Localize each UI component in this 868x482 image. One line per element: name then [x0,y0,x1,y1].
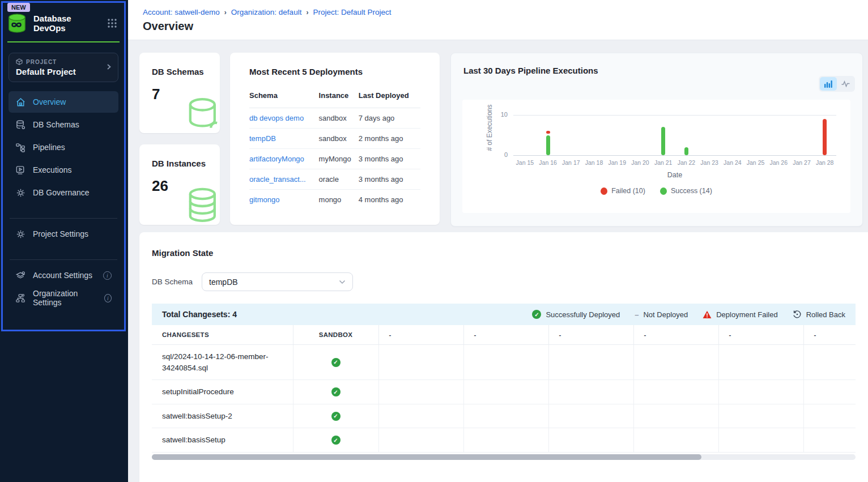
deployments-table: Schema Instance Last Deployed db devops … [249,86,420,210]
chart-bar-slot [582,115,606,155]
changesets-table-viewport: CHANGESETS SANDBOX - - - - - - sql/2024-… [152,325,856,453]
org-hierarchy-icon [15,293,26,304]
total-changesets-bar: Total Changesets: 4 ✓ Successfully Deplo… [152,304,856,325]
table-row: db devops demo sandbox 7 days ago [249,108,420,129]
sidebar-item-label: Organization Settings [33,289,97,307]
x-axis-title: Date [513,171,836,179]
chart-bar-slot [767,115,790,155]
y-axis-tick: 0 [491,151,508,158]
recent-deployments-card: Most Recent 5 Deployments Schema Instanc… [230,53,440,225]
sidebar-item-account-settings[interactable]: Account Settings i [8,265,118,286]
table-row: artifactoryMongo myMongo 3 months ago [249,149,420,169]
bar-chart-toggle-button[interactable] [820,77,837,91]
schema-link[interactable]: oracle_transact... [249,175,306,184]
sidebar-item-organization-settings[interactable]: Organization Settings i [8,287,118,309]
changeset-name: satwell:basisSetup [162,434,281,446]
changeset-row: sql/2024-10-14-12-06-member-34240854.sql… [152,345,856,380]
schema-link[interactable]: gitmongo [249,195,279,204]
chart-bar-slot [675,115,698,155]
sidebar-item-label: Executions [33,165,71,174]
db-schema-selected-value: tempDB [209,278,238,287]
sidebar-item-label: DB Governance [33,188,90,197]
instance-cell: sandbox [319,108,359,129]
breadcrumb-organization[interactable]: Organization: default [231,8,302,16]
page-title: Overview [143,20,868,33]
pipeline-executions-card: Last 30 Days Pipeline Executions # of Ex… [450,53,863,227]
schema-link[interactable]: artifactoryMongo [249,155,304,163]
column-header: Instance [319,86,359,108]
schema-link[interactable]: tempDB [249,134,276,143]
legend-item-success[interactable]: Success (14) [660,187,712,195]
chart-x-tick: Jan 28 [813,159,836,166]
play-square-icon [15,165,26,176]
column-header-changesets: CHANGESETS [152,325,293,345]
legend-item-failed[interactable]: Failed (10) [601,187,645,195]
chart-x-tick: Jan 20 [629,159,652,166]
line-chart-toggle-button[interactable] [837,77,854,91]
chart-bar-slot [813,115,836,155]
legend-label: Rolled Back [806,310,845,319]
legend-successfully-deployed: ✓ Successfully Deployed [532,310,620,319]
legend-label: Not Deployed [643,310,688,319]
apps-grid-icon[interactable] [107,18,117,28]
chart-legend: Failed (10) Success (14) [462,187,850,195]
chart-bar-slot [790,115,814,155]
scrollbar-thumb[interactable] [152,454,701,460]
chart-plot-area: # of Executions 10 0 Jan 15Jan 16Jan 17J… [462,100,850,213]
column-header-dash: - [463,325,548,345]
project-selector[interactable]: PROJECT Default Project [8,53,118,82]
schema-link[interactable]: db devops demo [249,114,304,122]
chart-x-tick: Jan 15 [513,159,537,166]
dash-icon: – [635,310,639,319]
sidebar-item-db-governance[interactable]: DB Governance [8,182,118,203]
gear-icon [15,229,26,240]
chevron-down-icon [339,280,346,284]
chart-bar-slot [559,115,582,155]
chart-x-tick: Jan 19 [606,159,629,166]
changeset-name: setupInitialProcedure [162,386,281,398]
sidebar: NEW Database DevOps PROJECT Default Proj… [0,0,128,482]
db-schemas-card: DB Schemas 7 [139,53,220,133]
last-deployed-cell: 4 months ago [359,190,420,210]
line-chart-icon [841,80,850,87]
sidebar-item-label: Account Settings [33,271,92,280]
db-schema-label: DB Schema [152,278,193,286]
instance-cell: myMongo [319,149,359,169]
y-axis-tick: 10 [491,111,508,118]
failed-bar [823,119,827,155]
success-badge: ✓ [331,358,341,367]
project-label: PROJECT [26,59,57,65]
success-badge: ✓ [331,387,341,396]
sidebar-item-project-settings[interactable]: Project Settings [8,223,118,245]
chart-title: Last 30 Days Pipeline Executions [451,53,862,75]
app-name: Database DevOps [33,14,101,33]
horizontal-scrollbar[interactable] [152,454,856,460]
success-bar [684,147,688,155]
new-badge: NEW [7,3,30,12]
sidebar-item-executions[interactable]: Executions [8,159,118,181]
db-schema-select[interactable]: tempDB [202,272,353,291]
breadcrumb-account[interactable]: Account: satwell-demo [143,8,220,16]
changeset-row: satwell:basisSetup-2 ✓ [152,404,856,428]
sidebar-item-label: Project Settings [33,229,88,238]
column-header-dash: - [548,325,633,345]
chart-bar-slot [698,115,721,155]
gear-icon [15,187,26,198]
breadcrumb-separator: › [224,8,227,16]
sidebar-item-overview[interactable]: Overview [8,91,118,113]
info-icon[interactable]: i [103,271,112,280]
sidebar-item-pipelines[interactable]: Pipelines [8,137,118,158]
sidebar-item-db-schemas[interactable]: DB Schemas [8,114,118,135]
sidebar-item-label: Overview [33,97,66,106]
database-icon [15,120,26,130]
info-icon[interactable]: i [104,294,112,302]
pipeline-icon [15,142,26,153]
breadcrumb-separator: › [306,8,308,16]
cube-icon [16,58,23,65]
column-header: Schema [249,86,319,108]
home-icon [15,97,26,108]
sidebar-item-label: DB Schemas [33,120,79,129]
warning-triangle-icon [703,310,712,319]
column-header-dash: - [633,325,718,345]
breadcrumb-project[interactable]: Project: Default Project [313,8,391,16]
